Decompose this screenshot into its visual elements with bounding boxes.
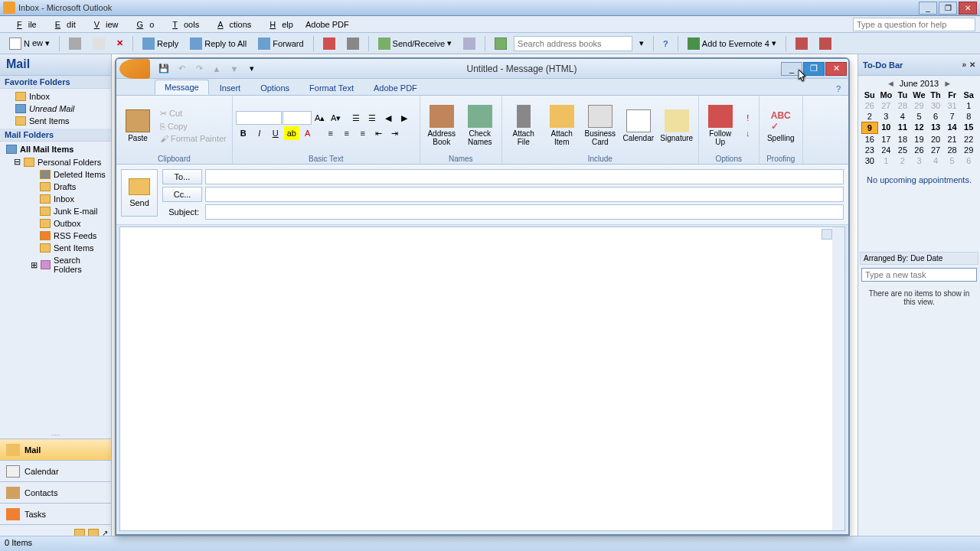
menu-view[interactable]: View — [82, 18, 125, 31]
pdf-button-2[interactable] — [815, 35, 836, 52]
menu-help[interactable]: Help — [257, 18, 299, 31]
cal-prev-icon[interactable]: ◄ — [887, 79, 895, 88]
cal-month[interactable]: June 2013 — [900, 79, 939, 88]
outbox-folder[interactable]: Outbox — [0, 217, 111, 230]
inbox-folder[interactable]: Inbox — [0, 193, 111, 205]
indent-button[interactable]: ▶ — [397, 111, 412, 125]
delete-button[interactable]: ✕ — [112, 36, 128, 51]
new-task-input[interactable] — [861, 268, 977, 282]
ruler-icon[interactable] — [822, 229, 832, 240]
categorize-button[interactable] — [88, 35, 109, 52]
format-painter-button[interactable]: 🖌 Format Painter — [158, 133, 229, 144]
businesscard-button[interactable]: Business Card — [582, 103, 619, 148]
bold-button[interactable]: B — [236, 126, 251, 140]
qat-prev-icon[interactable]: ▲ — [209, 61, 224, 77]
attachfile-button[interactable]: Attach File — [505, 103, 542, 148]
flag-button[interactable] — [318, 35, 340, 52]
tab-formattext[interactable]: Format Text — [300, 81, 363, 95]
new-button[interactable]: New ▾ — [5, 35, 54, 52]
sent-folder[interactable]: Sent Items — [0, 242, 111, 254]
send-button[interactable]: Send — [121, 169, 158, 217]
bullets-button[interactable]: ☰ — [348, 111, 364, 125]
todo-close-icon[interactable]: ✕ — [969, 60, 975, 69]
menu-edit[interactable]: Edit — [43, 18, 82, 31]
low-importance-button[interactable]: ↓ — [740, 126, 756, 140]
addressbook-button[interactable]: Address Book — [423, 103, 460, 148]
all-mail-items[interactable]: All Mail Items — [0, 143, 111, 155]
font-size-select[interactable] — [283, 111, 312, 125]
message-body[interactable] — [119, 227, 845, 531]
italic-button[interactable]: I — [252, 126, 267, 140]
cc-button[interactable]: Cc... — [162, 187, 202, 202]
copy-button[interactable]: ⎘ Copy — [158, 121, 229, 132]
cal-next-icon[interactable]: ► — [943, 79, 952, 88]
fav-sent[interactable]: Sent Items — [0, 115, 111, 127]
maximize-button[interactable]: ❐ — [939, 2, 957, 15]
evernote-button[interactable]: Add to Evernote 4 ▾ — [683, 35, 781, 52]
body-scrollbar[interactable] — [832, 227, 844, 530]
compose-restore-button[interactable]: ❐ — [803, 62, 825, 76]
menu-actions[interactable]: Actions — [205, 18, 257, 31]
arranged-by[interactable]: Arranged By: Due Date — [860, 252, 978, 265]
outdent-button[interactable]: ◀ — [381, 111, 396, 125]
qat-undo-icon[interactable]: ↶ — [174, 61, 189, 77]
increase-indent-button[interactable]: ⇥ — [387, 126, 403, 140]
menu-file[interactable]: File — [5, 18, 43, 31]
highlight-button[interactable]: ab — [284, 126, 299, 140]
favorite-folders-header[interactable]: Favorite Folders — [0, 76, 111, 89]
reply-button[interactable]: Reply — [138, 35, 183, 52]
todo-collapse-icon[interactable]: » — [962, 60, 966, 69]
checknames-button[interactable]: Check Names — [462, 103, 498, 148]
fav-unread[interactable]: Unread Mail — [0, 103, 111, 115]
subject-field[interactable] — [205, 204, 844, 220]
junk-folder[interactable]: Junk E-mail — [0, 205, 111, 217]
qat-redo-icon[interactable]: ↷ — [191, 61, 207, 77]
to-button[interactable]: To... — [162, 169, 202, 184]
rss-folder[interactable]: RSS Feeds — [0, 230, 111, 242]
addressbook-icon[interactable] — [490, 35, 511, 52]
sendreceive-button[interactable]: Send/Receive ▾ — [374, 35, 457, 52]
signature-button[interactable]: Signature — [658, 108, 695, 144]
align-right-button[interactable]: ≡ — [355, 126, 371, 140]
office-button[interactable] — [119, 59, 150, 79]
compose-minimize-button[interactable]: _ — [781, 62, 802, 76]
grow-font-button[interactable]: A▴ — [312, 111, 328, 125]
spelling-button[interactable]: ABC✓Spelling — [763, 108, 799, 144]
attachitem-button[interactable]: Attach Item — [544, 103, 580, 148]
search-folders[interactable]: ⊞ Search Folders — [0, 254, 111, 276]
address-searchbox[interactable] — [514, 36, 632, 51]
qat-next-icon[interactable]: ▼ — [227, 61, 242, 77]
cal-today[interactable]: 9 — [861, 122, 878, 134]
font-family-select[interactable] — [236, 111, 282, 125]
compose-close-button[interactable]: ✕ — [825, 62, 847, 76]
tab-options[interactable]: Options — [251, 81, 299, 95]
cc-field[interactable] — [205, 187, 844, 202]
nav-tasks[interactable]: Tasks — [0, 503, 111, 524]
shrink-font-button[interactable]: A▾ — [328, 111, 344, 125]
help-searchbox[interactable] — [853, 18, 975, 31]
tab-message[interactable]: Message — [155, 80, 209, 95]
calendar-button[interactable]: Calendar — [620, 108, 657, 144]
decrease-indent-button[interactable]: ⇤ — [371, 126, 387, 140]
personal-folders[interactable]: ⊟ Personal Folders — [0, 155, 111, 168]
nav-calendar[interactable]: Calendar — [0, 460, 111, 481]
high-importance-button[interactable]: ! — [740, 111, 756, 125]
cut-button[interactable]: ✂ Cut — [158, 108, 229, 119]
minimize-button[interactable]: _ — [919, 2, 937, 15]
menu-tools[interactable]: Tools — [160, 18, 205, 31]
drafts[interactable]: Drafts — [0, 181, 111, 193]
paste-button[interactable]: Paste — [119, 108, 156, 144]
pdf-button-1[interactable] — [791, 35, 812, 52]
tab-insert[interactable]: Insert — [211, 81, 250, 95]
font-color-button[interactable]: A — [300, 126, 315, 140]
forward-button[interactable]: Forward — [253, 35, 308, 52]
deleted-items[interactable]: Deleted Items — [0, 168, 111, 181]
tab-adobepdf[interactable]: Adobe PDF — [364, 81, 426, 95]
to-field[interactable] — [205, 169, 844, 184]
qat-customize-icon[interactable]: ▾ — [244, 61, 260, 77]
underline-button[interactable]: U — [268, 126, 283, 140]
nav-contacts[interactable]: Contacts — [0, 481, 111, 503]
mail-folders-header[interactable]: Mail Folders — [0, 129, 111, 142]
find-button[interactable] — [459, 35, 480, 52]
block-button[interactable] — [342, 35, 364, 52]
